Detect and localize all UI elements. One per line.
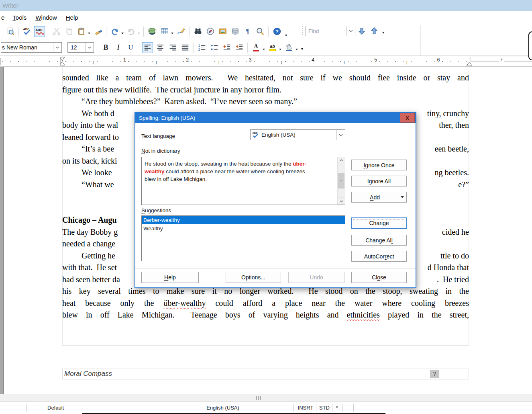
background-color-dropdown-icon[interactable] (296, 49, 298, 50)
decrease-indent-icon[interactable] (221, 42, 232, 53)
dialog-title: Spelling: English (USA) (139, 115, 195, 121)
scrollbar-thumb[interactable]: ≡ (338, 173, 344, 189)
font-size-dropdown-icon[interactable] (85, 43, 94, 52)
toolbar-overflow-icon[interactable]: ▾ (382, 30, 384, 35)
document-line: blew in off Lake Michigan. Teenage boys … (62, 309, 469, 321)
page-number-field: 7 (430, 370, 439, 378)
change-all-button[interactable]: Change All (351, 235, 407, 246)
bullet-list-icon[interactable] (209, 42, 220, 53)
suggestion-item[interactable]: Berber-wealthy (142, 216, 345, 224)
options-button[interactable]: Options... (226, 272, 281, 283)
toolbar-overflow-icon[interactable]: ▾ (301, 47, 303, 51)
menu-item-window[interactable]: Window (31, 12, 61, 23)
ignore-once-button[interactable]: Ignore Once (351, 160, 407, 170)
paste-dropdown-icon[interactable] (88, 33, 90, 34)
align-center-icon[interactable] (155, 42, 165, 53)
statusbar-separator (353, 404, 354, 412)
standard-toolbar: ABCABC¶?▾ (0, 23, 532, 39)
insert-mode-cell[interactable]: INSRT (298, 405, 314, 411)
svg-text:1: 1 (198, 44, 200, 47)
page-left-edge (0, 67, 4, 394)
print-preview-icon[interactable] (5, 26, 16, 37)
gallery-icon[interactable] (217, 26, 228, 37)
close-icon[interactable]: X (400, 113, 415, 123)
page-style-cell[interactable]: Default (47, 405, 64, 411)
find-replace-icon[interactable] (192, 26, 203, 37)
scrollbar-grip-icon[interactable] (256, 396, 261, 400)
numbered-list-icon[interactable]: 12 (196, 42, 207, 53)
font-color-dropdown-icon[interactable] (263, 49, 265, 50)
highlight-color-icon[interactable]: ab (267, 42, 278, 53)
undo-icon[interactable] (109, 26, 120, 37)
clipped-right-panel (528, 31, 532, 60)
bold-icon[interactable]: B (100, 42, 111, 53)
dialog-title-bar: Spelling: English (USA) X (135, 113, 416, 123)
toolbar-separator (268, 27, 269, 37)
find-prev-icon[interactable] (369, 26, 379, 37)
autospell-icon[interactable]: ABC (34, 26, 45, 37)
help-icon[interactable]: ? (271, 26, 282, 37)
ignore-all-button[interactable]: Ignore All (351, 176, 407, 187)
scroll-down-icon[interactable] (338, 197, 345, 205)
table-dropdown-icon[interactable] (171, 33, 173, 34)
formatting-marks-icon[interactable]: ¶ (242, 26, 253, 37)
align-left-icon[interactable] (142, 42, 153, 53)
document-line: figure out this new wildlife. The crucia… (62, 84, 469, 96)
clone-formatting-icon[interactable] (92, 26, 103, 37)
horizontal-scrollbar[interactable] (0, 394, 532, 401)
table-icon[interactable] (159, 26, 170, 37)
font-name-dropdown-icon[interactable] (53, 43, 61, 52)
text-language-combo[interactable]: ABC English (USA) (250, 129, 345, 140)
font-name-combo[interactable]: s New Roman (1, 42, 62, 53)
document-line: heat because only the über-wealthy could… (62, 297, 469, 309)
indent-marker-icon[interactable] (59, 57, 65, 67)
statusbar-separator (154, 404, 154, 412)
change-button[interactable]: Change (351, 217, 407, 229)
data-sources-icon[interactable] (230, 26, 241, 37)
background-color-icon[interactable] (283, 42, 294, 53)
find-input[interactable] (306, 28, 347, 34)
language-dropdown-icon[interactable] (336, 130, 345, 140)
autocorrect-button[interactable]: AutoCorrect (351, 251, 407, 262)
modified-flag-cell: * (336, 405, 338, 411)
paste-icon[interactable] (76, 26, 87, 37)
draw-icon[interactable] (175, 26, 186, 37)
navigator-icon[interactable] (205, 26, 216, 37)
zoom-icon[interactable] (255, 26, 265, 37)
suggestions-list[interactable]: Berber-wealthyWealthy (141, 215, 345, 261)
selection-mode-cell[interactable]: STD (319, 405, 330, 411)
not-in-dictionary-textarea[interactable]: He stood on the stoop, sweating in the h… (141, 157, 345, 205)
menu-item-tools[interactable]: Tools (8, 12, 31, 23)
underline-icon[interactable]: U (125, 42, 136, 53)
ruler-ticks (65, 61, 532, 62)
font-color-icon[interactable]: A (251, 42, 261, 53)
font-name-value: s New Roman (1, 44, 53, 51)
toolbar-overflow-icon[interactable]: ▾ (285, 33, 287, 37)
hyperlink-icon[interactable] (147, 26, 157, 37)
statusbar-separator (316, 404, 316, 412)
close-button[interactable]: Close (351, 272, 407, 283)
menu-item-help[interactable]: Help (61, 12, 83, 23)
help-button[interactable]: Help (141, 272, 199, 283)
spelling-icon[interactable]: ABC (22, 26, 33, 37)
find-next-icon[interactable] (356, 26, 367, 37)
align-justify-icon[interactable] (179, 42, 190, 53)
increase-indent-icon[interactable] (234, 42, 245, 53)
dialog-separator (135, 268, 416, 268)
font-size-combo[interactable]: 12 (67, 42, 94, 53)
find-toolbar: ▾ (299, 25, 386, 37)
undo-dropdown-icon[interactable] (121, 33, 124, 34)
italic-icon[interactable]: I (113, 42, 124, 53)
add-button[interactable]: Add (351, 192, 407, 203)
redo-icon (126, 26, 137, 37)
find-dropdown-arrow-icon[interactable] (347, 26, 355, 36)
scroll-up-icon[interactable] (338, 157, 345, 164)
suggestion-item[interactable]: Wealthy (142, 224, 345, 233)
align-right-icon[interactable] (167, 42, 178, 53)
menu-item-partial[interactable]: e (1, 12, 8, 23)
add-dropdown-icon[interactable] (398, 196, 406, 198)
highlight-color-dropdown-icon[interactable] (279, 49, 281, 50)
find-field[interactable] (306, 26, 355, 36)
dict-scrollbar[interactable]: ≡ (337, 157, 345, 205)
language-cell[interactable]: English (USA) (206, 405, 239, 411)
